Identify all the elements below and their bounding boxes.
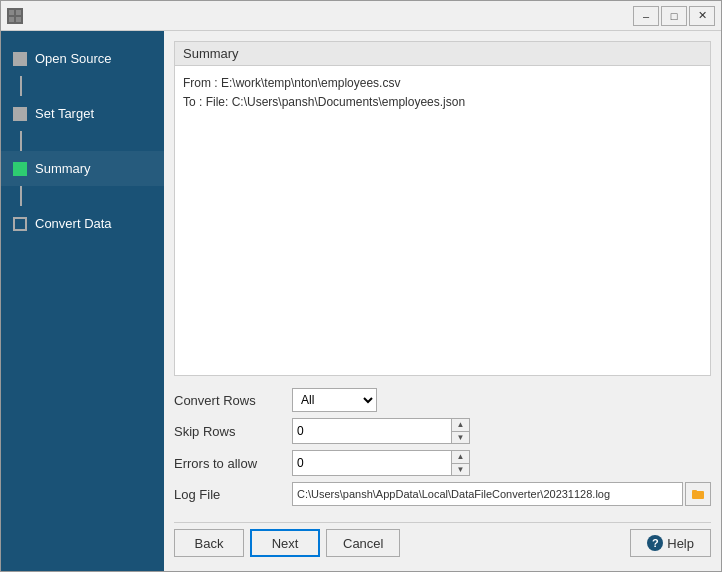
skip-rows-row: Skip Rows ▲ ▼ [174,418,711,444]
errors-buttons: ▲ ▼ [451,451,469,475]
log-file-row: Log File [174,482,711,506]
svg-rect-5 [692,490,697,492]
step-indicator-summary [13,162,27,176]
errors-up[interactable]: ▲ [452,451,469,464]
log-file-label: Log File [174,487,284,502]
skip-rows-down[interactable]: ▼ [452,432,469,444]
button-bar: Back Next Cancel ? Help [174,522,711,561]
summary-to: To : File: C:\Users\pansh\Documents\empl… [183,93,702,112]
close-button[interactable]: ✕ [689,6,715,26]
step-indicator-set-target [13,107,27,121]
sidebar-item-open-source[interactable]: Open Source [1,41,164,76]
step-indicator-convert-data [13,217,27,231]
convert-rows-row: Convert Rows All Custom [174,388,711,412]
svg-rect-1 [16,10,21,15]
log-file-browse-button[interactable] [685,482,711,506]
sidebar: Open Source Set Target Summary Convert D… [1,31,164,571]
log-file-wrapper [292,482,711,506]
convert-rows-label: Convert Rows [174,393,284,408]
folder-icon [691,487,705,501]
skip-rows-buttons: ▲ ▼ [451,419,469,443]
main-panel: Summary From : E:\work\temp\nton\employe… [164,31,721,571]
sidebar-item-summary[interactable]: Summary [1,151,164,186]
summary-title: Summary [175,42,710,66]
sidebar-label-set-target: Set Target [35,106,94,121]
svg-rect-3 [16,17,21,22]
title-bar-left [7,8,23,24]
main-window: – □ ✕ Open Source Set Target Summary [0,0,722,572]
errors-spinner: ▲ ▼ [292,450,470,476]
convert-rows-select[interactable]: All Custom [292,388,377,412]
minimize-button[interactable]: – [633,6,659,26]
back-button[interactable]: Back [174,529,244,557]
step-connector-1 [20,76,22,96]
help-button[interactable]: ? Help [630,529,711,557]
summary-panel: Summary From : E:\work\temp\nton\employe… [174,41,711,376]
errors-label: Errors to allow [174,456,284,471]
svg-rect-4 [692,491,704,499]
app-icon [7,8,23,24]
content-area: Open Source Set Target Summary Convert D… [1,31,721,571]
summary-from: From : E:\work\temp\nton\employees.csv [183,74,702,93]
svg-rect-2 [9,17,14,22]
sidebar-label-convert-data: Convert Data [35,216,112,231]
svg-rect-0 [9,10,14,15]
sidebar-label-open-source: Open Source [35,51,112,66]
help-icon: ? [647,535,663,551]
errors-down[interactable]: ▼ [452,464,469,476]
btn-group-left: Back Next Cancel [174,529,400,557]
step-connector-3 [20,186,22,206]
sidebar-item-set-target[interactable]: Set Target [1,96,164,131]
log-file-input[interactable] [292,482,683,506]
skip-rows-input[interactable] [293,419,451,443]
errors-input[interactable] [293,451,451,475]
maximize-button[interactable]: □ [661,6,687,26]
title-bar: – □ ✕ [1,1,721,31]
step-indicator-open-source [13,52,27,66]
skip-rows-label: Skip Rows [174,424,284,439]
skip-rows-up[interactable]: ▲ [452,419,469,432]
sidebar-label-summary: Summary [35,161,91,176]
cancel-button[interactable]: Cancel [326,529,400,557]
summary-content: From : E:\work\temp\nton\employees.csv T… [175,66,710,375]
sidebar-item-convert-data[interactable]: Convert Data [1,206,164,241]
step-connector-2 [20,131,22,151]
window-controls: – □ ✕ [633,6,715,26]
next-button[interactable]: Next [250,529,320,557]
form-area: Convert Rows All Custom Skip Rows ▲ ▼ [174,384,711,510]
skip-rows-spinner: ▲ ▼ [292,418,470,444]
errors-row: Errors to allow ▲ ▼ [174,450,711,476]
help-label: Help [667,536,694,551]
